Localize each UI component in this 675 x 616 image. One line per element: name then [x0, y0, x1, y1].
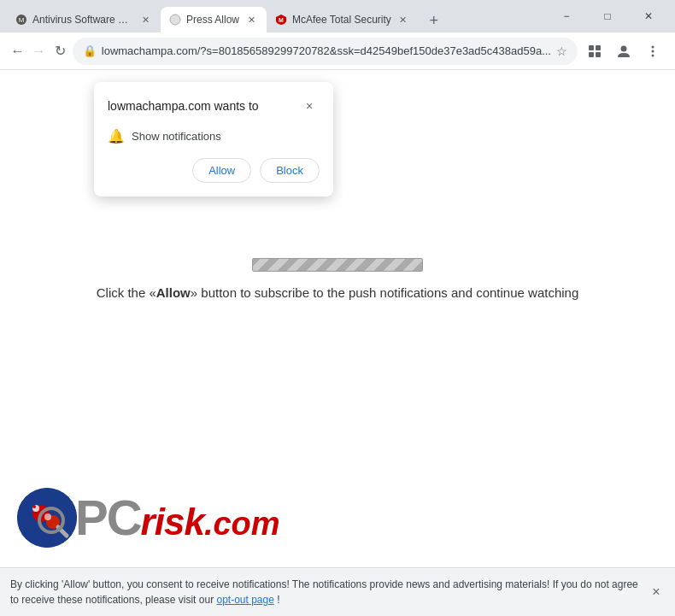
svg-point-8: [620, 45, 626, 51]
svg-rect-4: [589, 45, 594, 50]
bottom-bar-text: By clicking 'Allow' button, you consent …: [10, 578, 638, 606]
back-button[interactable]: ←: [9, 38, 26, 65]
svg-rect-6: [589, 52, 594, 57]
svg-point-15: [32, 505, 36, 508]
bottom-bar-close-button[interactable]: ×: [646, 582, 666, 602]
bottom-notification-bar: By clicking 'Allow' button, you consent …: [0, 567, 675, 616]
tab-mcafee-close[interactable]: ✕: [396, 13, 410, 26]
maximize-button[interactable]: □: [588, 3, 627, 30]
tab-antivirus-favicon: M: [15, 14, 27, 26]
notification-permission-popup: lowmachampa.com wants to × 🔔 Show notifi…: [94, 82, 333, 197]
menu-button[interactable]: [639, 38, 666, 65]
browser-window: M Antivirus Software and Int... ✕ Press …: [0, 0, 675, 616]
tab-mcafee-favicon: M: [275, 14, 287, 26]
address-bar[interactable]: 🔒 lowmachampa.com/?s=801856589299720782&…: [73, 38, 578, 65]
svg-rect-5: [596, 45, 601, 50]
tab-press-allow[interactable]: Press Allow ✕: [161, 7, 267, 32]
window-controls: − □ ✕: [547, 3, 668, 30]
title-bar: M Antivirus Software and Int... ✕ Press …: [0, 0, 675, 32]
pcrisk-risk-text: risk: [141, 501, 204, 543]
svg-point-11: [651, 54, 654, 56]
new-tab-button[interactable]: +: [422, 9, 446, 32]
bottom-bar-text-after: !: [277, 594, 279, 606]
popup-notification-text: Show notifications: [132, 130, 221, 143]
progress-bar: [252, 258, 423, 272]
svg-point-10: [651, 50, 654, 52]
profile-button[interactable]: [610, 38, 637, 65]
opt-out-link[interactable]: opt-out page: [216, 594, 273, 606]
lock-icon: 🔒: [83, 44, 97, 57]
popup-buttons: Allow Block: [108, 158, 320, 183]
svg-rect-7: [596, 52, 601, 57]
forward-button[interactable]: →: [30, 38, 48, 65]
popup-close-button[interactable]: ×: [299, 96, 320, 116]
url-text: lowmachampa.com/?s=801856589299720782&ss…: [102, 44, 551, 57]
pcrisk-icon: [17, 488, 77, 548]
page-instruction-text: Click the «Allow» button to subscribe to…: [97, 285, 579, 300]
svg-text:M: M: [19, 16, 25, 24]
svg-point-9: [651, 45, 654, 48]
svg-text:M: M: [279, 17, 284, 23]
pcrisk-com-text: .com: [204, 506, 280, 543]
close-button[interactable]: ✕: [629, 3, 668, 30]
tab-antivirus-label: Antivirus Software and Int...: [32, 14, 133, 26]
pcrisk-logo: PC risk .com: [17, 488, 280, 548]
tab-bar: M Antivirus Software and Int... ✕ Press …: [7, 0, 540, 32]
tab-press-allow-label: Press Allow: [186, 14, 239, 26]
tab-antivirus-close[interactable]: ✕: [138, 13, 152, 26]
svg-point-2: [170, 15, 180, 25]
tab-mcafee-label: McAfee Total Security: [292, 14, 391, 26]
tab-press-allow-close[interactable]: ✕: [244, 13, 258, 26]
popup-header: lowmachampa.com wants to ×: [108, 96, 320, 116]
bookmark-icon[interactable]: ☆: [556, 44, 567, 58]
popup-title: lowmachampa.com wants to: [108, 99, 259, 113]
page-content: lowmachampa.com wants to × 🔔 Show notifi…: [0, 70, 675, 616]
extensions-button[interactable]: [581, 38, 608, 65]
pcrisk-pc-text: PC: [75, 493, 141, 543]
svg-point-17: [44, 513, 51, 520]
tab-press-allow-favicon: [169, 14, 181, 26]
toolbar-icons: [581, 38, 666, 65]
popup-body: 🔔 Show notifications: [108, 128, 320, 144]
tab-mcafee[interactable]: M McAfee Total Security ✕: [267, 7, 419, 32]
toolbar: ← → ↻ 🔒 lowmachampa.com/?s=8018565892997…: [0, 32, 675, 70]
block-button[interactable]: Block: [260, 158, 320, 183]
allow-button[interactable]: Allow: [192, 158, 251, 183]
bell-icon: 🔔: [108, 128, 125, 144]
minimize-button[interactable]: −: [547, 3, 586, 30]
tab-antivirus[interactable]: M Antivirus Software and Int... ✕: [7, 7, 161, 32]
refresh-button[interactable]: ↻: [51, 38, 69, 65]
